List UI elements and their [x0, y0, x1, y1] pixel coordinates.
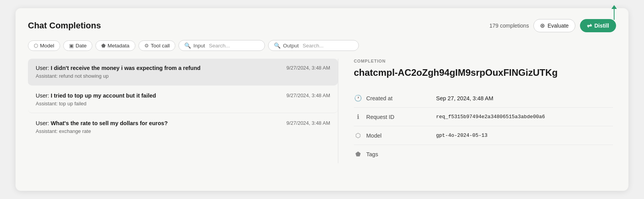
info-icon: ℹ: [354, 113, 362, 120]
output-search-icon: 🔍: [274, 42, 280, 49]
list-item[interactable]: User: What's the rate to sell my dollars…: [28, 114, 338, 140]
output-search-label: Output: [283, 43, 299, 49]
header: Chat Completions 179 completions ⊛ Evalu…: [28, 19, 616, 32]
date-icon: ▣: [69, 43, 74, 49]
model-value: gpt-4o-2024-05-13: [436, 133, 488, 138]
completion-label: COMPLETION: [354, 59, 613, 63]
detail-row-model: ⬡ Model gpt-4o-2024-05-13: [354, 126, 613, 145]
list-item[interactable]: User: I tried to top up my account but i…: [28, 86, 338, 113]
filter-metadata[interactable]: ⬟ Metadata: [95, 40, 135, 51]
distill-button[interactable]: ⇌ Distill: [580, 19, 616, 32]
distill-icon: ⇌: [587, 22, 592, 29]
input-search-input[interactable]: [209, 43, 259, 49]
header-actions: 179 completions ⊛ Evaluate ⇌ Distill: [489, 19, 616, 32]
model-key: Model: [366, 133, 432, 139]
tags-icon: ⬟: [354, 150, 362, 158]
request-id-value: req_f5315b97494e2a34806515a3abde00a6: [436, 114, 545, 120]
created-at-key: Created at: [366, 95, 432, 101]
detail-row-request-id: ℹ Request ID req_f5315b97494e2a34806515a…: [354, 108, 613, 126]
input-search-wrap: 🔍 Input: [178, 40, 265, 51]
filters-row: ⬡ Model ▣ Date ⬟ Metadata ⚙ Tool call 🔍 …: [28, 40, 616, 51]
completion-id: chatcmpl-AC2oZgh94gIM9srpOuxFINGizUTKg: [354, 67, 613, 78]
filter-model-label: Model: [40, 43, 54, 49]
detail-panel: COMPLETION chatcmpl-AC2oZgh94gIM9srpOuxF…: [338, 59, 616, 163]
main-content: User: I didn't receive the money i was e…: [28, 59, 616, 163]
output-search-wrap: 🔍 Output: [268, 40, 359, 51]
input-search-label: Input: [193, 43, 205, 49]
filter-tool-call[interactable]: ⚙ Tool call: [138, 40, 176, 51]
input-search-icon: 🔍: [184, 42, 191, 49]
model-detail-icon: ⬡: [354, 132, 362, 139]
output-search-input[interactable]: [303, 43, 353, 49]
tool-call-icon: ⚙: [144, 43, 149, 49]
distill-arrow: [611, 5, 617, 20]
evaluate-icon: ⊛: [540, 22, 545, 29]
filter-date-label: Date: [76, 43, 87, 49]
model-icon: ⬡: [34, 43, 38, 49]
evaluate-button[interactable]: ⊛ Evaluate: [533, 19, 575, 32]
completions-count: 179 completions: [489, 23, 529, 29]
tags-key: Tags: [366, 151, 432, 157]
metadata-icon: ⬟: [101, 43, 106, 49]
evaluate-label: Evaluate: [547, 23, 568, 29]
list-item[interactable]: User: I didn't receive the money i was e…: [28, 59, 338, 86]
filter-model[interactable]: ⬡ Model: [28, 40, 60, 51]
filter-tool-call-label: Tool call: [151, 43, 170, 49]
app-container: Chat Completions 179 completions ⊛ Evalu…: [16, 8, 628, 191]
detail-rows: 🕐 Created at Sep 27, 2024, 3:48 AM ℹ Req…: [354, 89, 613, 163]
detail-row-tags: ⬟ Tags: [354, 145, 613, 163]
distill-label: Distill: [594, 23, 609, 29]
request-id-key: Request ID: [366, 114, 432, 120]
filter-date[interactable]: ▣ Date: [63, 40, 93, 51]
detail-row-created-at: 🕐 Created at Sep 27, 2024, 3:48 AM: [354, 89, 613, 108]
clock-icon: 🕐: [354, 94, 362, 102]
filter-metadata-label: Metadata: [107, 43, 129, 49]
completions-list: User: I didn't receive the money i was e…: [28, 59, 338, 163]
created-at-value: Sep 27, 2024, 3:48 AM: [436, 95, 493, 101]
page-title: Chat Completions: [28, 21, 101, 31]
